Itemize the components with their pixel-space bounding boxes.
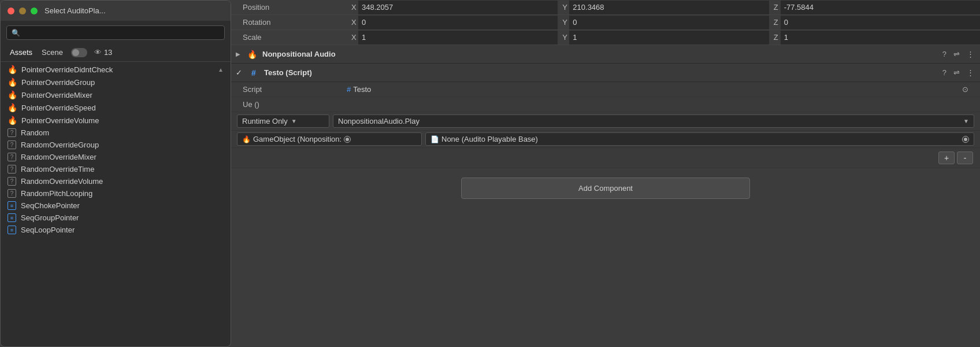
scale-z-input[interactable]	[781, 31, 980, 45]
event-method-row: Runtime Only ▼ NonpositionalAudio.Play ▼	[231, 112, 980, 131]
nonpositional-settings-button[interactable]: ⇌	[952, 49, 961, 60]
nonpositional-help-button[interactable]: ?	[941, 49, 948, 60]
none-target-button[interactable]	[962, 136, 969, 143]
scale-fields: X Y Z	[347, 31, 980, 45]
position-x-input[interactable]	[358, 1, 558, 14]
right-panel: Position X Y Z Rotation X Y	[231, 0, 980, 347]
none-field[interactable]: 📄 None (Audito Playable Base)	[425, 132, 974, 146]
search-input[interactable]	[24, 28, 220, 37]
asset-list: 🔥 PointerOverrideDidntCheck ▲ 🔥 PointerO…	[1, 62, 231, 346]
plus-minus-row: + -	[231, 148, 980, 168]
window-title: Select AuditoPla...	[44, 6, 106, 15]
dropdown-arrow-icon: ▼	[291, 118, 297, 124]
scene-toggle[interactable]	[71, 48, 87, 57]
rotation-row: Rotation X Y Z	[231, 15, 980, 30]
position-y-group: Y	[558, 1, 769, 14]
components-section: ▶ 🔥 Nonpositional Audio ? ⇌ ⋮ ✓ # Testo …	[231, 45, 980, 347]
rotation-y-group: Y	[558, 16, 769, 29]
gameobject-row: 🔥 GameObject (Nonposition: 📄 None (Audit…	[231, 131, 980, 148]
position-z-input[interactable]	[781, 1, 980, 14]
x-axis-label: X	[347, 3, 358, 12]
script-hash-icon: #	[347, 85, 351, 94]
position-label: Position	[231, 3, 347, 12]
target-dot	[346, 138, 349, 141]
sz-axis-label: Z	[769, 33, 781, 42]
z-axis-label: Z	[769, 3, 781, 12]
rotation-x-group: X	[347, 16, 558, 29]
question-icon: ?	[8, 165, 16, 174]
list-item[interactable]: ? Random	[1, 127, 231, 139]
script-field-row: Script # Testo ⊙	[231, 82, 980, 97]
gameobject-label: GameObject (Nonposition:	[253, 135, 341, 143]
testo-settings-button[interactable]: ⇌	[952, 67, 961, 78]
seq-icon: ≡	[8, 213, 16, 222]
testo-actions: ? ⇌ ⋮	[941, 67, 975, 78]
none-target-dot	[964, 138, 967, 141]
list-item[interactable]: 🔥 PointerOverrideGroup	[1, 76, 231, 88]
list-item[interactable]: 🔥 PointerOverrideVolume	[1, 114, 231, 127]
list-item[interactable]: ? RandomOverrideMixer	[1, 151, 231, 163]
list-item[interactable]: ≡ SeqLoopPointer	[1, 224, 231, 236]
script-target-button[interactable]: ⊙	[962, 85, 968, 94]
list-item[interactable]: ? RandomOverrideTime	[1, 163, 231, 175]
count-badge: 13	[104, 48, 112, 57]
ue-label: Ue ()	[243, 100, 259, 109]
tab-scene[interactable]: Scene	[38, 47, 66, 58]
list-item[interactable]: 🔥 PointerOverrideDidntCheck ▲	[1, 63, 231, 76]
remove-event-button[interactable]: -	[957, 152, 973, 164]
gameobject-field[interactable]: 🔥 GameObject (Nonposition:	[237, 132, 422, 146]
eye-icon[interactable]: 👁	[94, 48, 102, 57]
scale-label: Scale	[231, 33, 347, 42]
rx-axis-label: X	[347, 18, 358, 27]
minimize-button[interactable]	[19, 8, 26, 14]
add-event-button[interactable]: +	[938, 152, 955, 164]
list-item[interactable]: ≡ SeqGroupPointer	[1, 212, 231, 224]
maximize-button[interactable]	[31, 8, 38, 14]
list-item[interactable]: ? RandomOverrideGroup	[1, 139, 231, 151]
script-value: # Testo ⊙	[347, 85, 968, 94]
method-dropdown[interactable]: NonpositionalAudio.Play ▼	[333, 115, 974, 128]
testo-help-button[interactable]: ?	[941, 67, 948, 78]
fire-icon: 🔥	[8, 90, 17, 99]
fire-icon: 🔥	[8, 116, 17, 125]
list-item[interactable]: ≡ SeqChokePointer	[1, 200, 231, 212]
search-bar[interactable]: 🔍	[6, 25, 225, 40]
rotation-y-input[interactable]	[569, 16, 769, 29]
title-bar: Select AuditoPla...	[1, 1, 231, 21]
nonpositional-title: Nonpositional Audio	[262, 50, 937, 58]
list-item[interactable]: 🔥 PointerOverrideSpeed	[1, 101, 231, 114]
scale-row: Scale X Y Z	[231, 30, 980, 45]
rotation-x-input[interactable]	[358, 16, 558, 29]
nonpositional-menu-button[interactable]: ⋮	[966, 49, 975, 60]
scale-y-input[interactable]	[569, 31, 769, 45]
rotation-z-input[interactable]	[781, 16, 980, 29]
list-item[interactable]: 🔥 PointerOverrideMixer	[1, 88, 231, 101]
scale-z-group: Z	[769, 31, 980, 45]
script-field-label: Script	[243, 85, 347, 94]
fire-icon: 🔥	[8, 77, 17, 87]
runtime-label: Runtime Only	[242, 117, 288, 125]
tabs-row: Assets Scene 👁 13	[1, 45, 231, 62]
scale-x-input[interactable]	[358, 31, 558, 45]
testo-script-header[interactable]: ✓ # Testo (Script) ? ⇌ ⋮	[231, 64, 980, 82]
position-fields: X Y Z	[347, 1, 980, 14]
seq-icon: ≡	[8, 201, 16, 210]
list-item[interactable]: ? RandomPitchLooping	[1, 187, 231, 200]
gameobject-target-button[interactable]	[344, 136, 351, 143]
add-component-button[interactable]: Add Component	[461, 178, 750, 199]
method-dropdown-arrow-icon: ▼	[963, 118, 969, 124]
tab-assets[interactable]: Assets	[6, 47, 36, 58]
rotation-label: Rotation	[231, 18, 347, 27]
close-button[interactable]	[8, 8, 14, 14]
question-icon: ?	[8, 177, 16, 186]
position-y-input[interactable]	[569, 1, 769, 14]
nonpositional-audio-header[interactable]: ▶ 🔥 Nonpositional Audio ? ⇌ ⋮	[231, 45, 980, 64]
question-icon: ?	[8, 189, 16, 198]
runtime-dropdown[interactable]: Runtime Only ▼	[237, 115, 329, 128]
list-item[interactable]: ? RandomOverrideVolume	[1, 175, 231, 187]
add-component-row: Add Component	[231, 168, 980, 208]
left-panel: Select AuditoPla... 🔍 Assets Scene 👁 13 …	[0, 0, 231, 347]
question-icon: ?	[8, 128, 16, 137]
testo-menu-button[interactable]: ⋮	[966, 67, 975, 78]
document-icon: 📄	[430, 135, 439, 143]
